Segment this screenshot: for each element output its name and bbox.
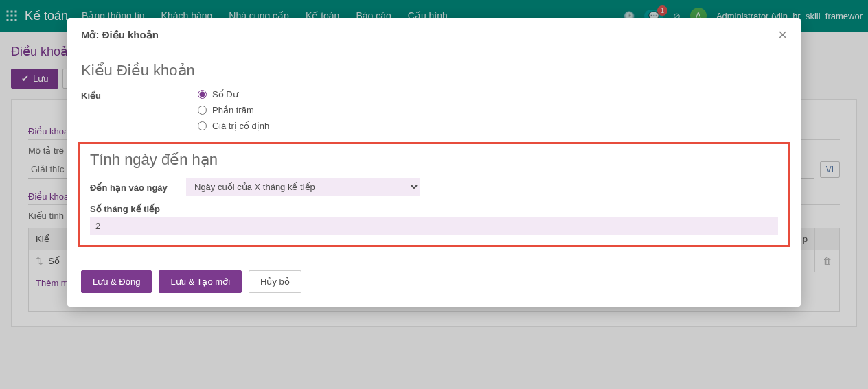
- months-input[interactable]: [90, 217, 778, 235]
- radio-balance-input[interactable]: [198, 90, 207, 99]
- cancel-button[interactable]: Hủy bỏ: [249, 270, 301, 293]
- section-due-header: Tính ngày đến hạn: [90, 151, 778, 169]
- type-label: Kiểu: [81, 89, 198, 101]
- save-new-button[interactable]: Lưu & Tạo mới: [159, 270, 242, 293]
- radio-fixed[interactable]: Giá trị cố định: [198, 121, 787, 131]
- months-label: Số tháng kế tiếp: [90, 202, 778, 214]
- save-close-button[interactable]: Lưu & Đóng: [81, 270, 152, 293]
- modal-dialog: Mở: Điều khoản × Kiểu Điều khoản Kiểu Số…: [67, 18, 801, 307]
- radio-percent[interactable]: Phần trăm: [198, 105, 787, 115]
- due-date-highlight: Tính ngày đến hạn Đến hạn vào ngày Ngày …: [78, 142, 790, 247]
- section-type-header: Kiểu Điều khoản: [81, 62, 787, 80]
- modal-overlay: Mở: Điều khoản × Kiểu Điều khoản Kiểu Số…: [0, 0, 868, 332]
- radio-balance[interactable]: Số Dư: [198, 89, 787, 99]
- due-on-label: Đến hạn vào ngày: [90, 181, 186, 193]
- radio-fixed-input[interactable]: [198, 121, 207, 130]
- modal-title: Mở: Điều khoản: [81, 29, 159, 41]
- due-on-select[interactable]: Ngày cuối của X tháng kế tiếp: [186, 178, 420, 196]
- modal-close-button[interactable]: ×: [778, 27, 787, 43]
- radio-percent-input[interactable]: [198, 106, 207, 115]
